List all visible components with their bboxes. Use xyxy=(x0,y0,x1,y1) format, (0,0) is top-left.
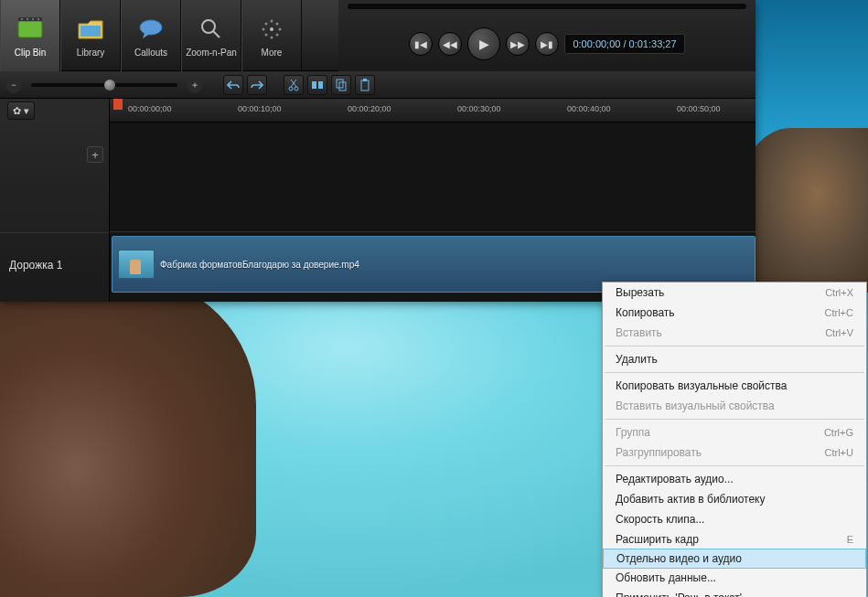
svg-point-4 xyxy=(32,18,34,20)
menu-item-shortcut: Ctrl+U xyxy=(825,447,853,458)
menu-item-shortcut: Ctrl+G xyxy=(824,427,853,438)
menu-item-label: Применить 'Речь в текст' xyxy=(616,592,742,597)
svg-point-16 xyxy=(276,22,279,25)
menu-item[interactable]: ВырезатьCtrl+X xyxy=(603,283,866,303)
menu-item[interactable]: Удалить xyxy=(603,349,866,369)
playhead-icon[interactable] xyxy=(113,99,123,110)
preview-controls: ▮◀ ◀◀ ▶ ▶▶ ▶▮ 0:00:00;00 / 0:01:33;27 xyxy=(338,0,755,71)
svg-point-13 xyxy=(263,27,265,30)
menu-item[interactable]: Расширить кадрE xyxy=(603,529,866,549)
more-tab[interactable]: More xyxy=(241,0,302,71)
svg-point-11 xyxy=(271,19,273,22)
svg-point-19 xyxy=(289,87,293,91)
video-editor-window: Clip Bin Library Callouts Zoom-n-Pan Mor… xyxy=(0,0,755,302)
svg-point-12 xyxy=(271,36,273,38)
zoom-n-pan-tab[interactable]: Zoom-n-Pan xyxy=(181,0,241,71)
svg-point-2 xyxy=(21,18,23,20)
menu-item-label: Вставить xyxy=(616,326,662,339)
svg-rect-24 xyxy=(318,81,323,89)
menu-item-label: Копировать xyxy=(616,306,675,319)
zoom-in-button[interactable]: ＋ xyxy=(187,77,203,93)
menu-item[interactable]: Применить 'Речь в текст' xyxy=(603,588,866,597)
track-label: Дорожка 1 xyxy=(9,259,62,272)
more-icon xyxy=(257,15,286,44)
svg-rect-27 xyxy=(361,80,369,91)
svg-point-20 xyxy=(295,87,298,91)
timecode-display: 0:00:00;00 / 0:01:33;27 xyxy=(564,34,684,54)
menu-item-label: Группа xyxy=(616,426,650,439)
paste-button[interactable] xyxy=(355,75,375,95)
cut-button[interactable] xyxy=(284,75,304,95)
zoom-slider[interactable] xyxy=(31,83,177,87)
timeline: ✿ ▾ + Дорожка 1 00:00:00;00 00:00:10;00 … xyxy=(0,99,755,302)
svg-rect-28 xyxy=(363,79,367,81)
copy-button[interactable] xyxy=(331,75,351,95)
menu-item: ВставитьCtrl+V xyxy=(603,323,866,343)
zoom-out-button[interactable]: － xyxy=(5,77,22,93)
empty-track-row[interactable] xyxy=(110,123,755,232)
svg-point-3 xyxy=(27,18,28,20)
timeline-toolbar: － ＋ xyxy=(0,71,755,99)
menu-separator xyxy=(605,419,864,420)
menu-item: РазгруппироватьCtrl+U xyxy=(603,442,866,463)
split-button[interactable] xyxy=(307,75,327,95)
svg-rect-6 xyxy=(80,26,101,37)
menu-item[interactable]: Скорость клипа... xyxy=(603,509,866,529)
menu-item-label: Удалить xyxy=(616,353,658,366)
library-tab[interactable]: Library xyxy=(60,0,121,71)
svg-point-5 xyxy=(38,18,39,20)
menu-separator xyxy=(605,346,864,346)
undo-button[interactable] xyxy=(223,75,243,95)
track-area[interactable]: 00:00:00;00 00:00:10;00 00:00:20;00 00:0… xyxy=(110,99,755,302)
callouts-label: Callouts xyxy=(134,48,167,58)
callouts-icon xyxy=(136,15,166,44)
time-ruler[interactable]: 00:00:00;00 00:00:10;00 00:00:20;00 00:0… xyxy=(110,99,755,123)
menu-item-label: Добавить актив в библиотеку xyxy=(616,493,766,506)
prev-frame-button[interactable]: ▮◀ xyxy=(409,32,433,56)
svg-point-14 xyxy=(279,27,282,30)
preview-scrubber[interactable] xyxy=(348,4,746,9)
forward-button[interactable]: ▶▶ xyxy=(506,32,530,56)
menu-item-label: Скорость клипа... xyxy=(616,513,704,526)
zoom-n-pan-label: Zoom-n-Pan xyxy=(186,48,237,58)
menu-item: ГруппаCtrl+G xyxy=(603,422,866,442)
svg-line-9 xyxy=(213,31,220,37)
svg-rect-23 xyxy=(312,81,316,89)
ruler-tick: 00:00:50;00 xyxy=(677,104,721,113)
clip-bin-icon xyxy=(16,15,45,44)
track-options-button[interactable]: ✿ ▾ xyxy=(7,101,35,120)
menu-item[interactable]: Обновить данные... xyxy=(603,568,866,588)
ruler-tick: 00:00:40;00 xyxy=(567,104,611,113)
redo-button[interactable] xyxy=(247,75,267,95)
menu-item-label: Обновить данные... xyxy=(616,571,716,584)
menu-item: Вставить визуальный свойства xyxy=(603,396,866,416)
menu-item-shortcut: E xyxy=(847,534,853,545)
svg-point-8 xyxy=(202,20,215,33)
menu-item-shortcut: Ctrl+C xyxy=(825,307,853,318)
next-frame-button[interactable]: ▶▮ xyxy=(535,32,559,56)
callouts-tab[interactable]: Callouts xyxy=(121,0,181,71)
rewind-button[interactable]: ◀◀ xyxy=(438,32,462,56)
menu-separator xyxy=(605,465,864,466)
menu-item-shortcut: Ctrl+X xyxy=(825,287,853,298)
library-label: Library xyxy=(77,48,105,58)
track-header[interactable]: Дорожка 1 xyxy=(0,232,109,296)
svg-point-15 xyxy=(265,22,268,25)
menu-item[interactable]: Отдельно видео и аудио xyxy=(603,549,866,569)
clip-bin-tab[interactable]: Clip Bin xyxy=(0,0,60,71)
menu-item[interactable]: Редактировать аудио... xyxy=(603,469,866,489)
menu-item-label: Вставить визуальный свойства xyxy=(616,400,775,412)
menu-item-label: Разгруппировать xyxy=(616,446,702,459)
play-button[interactable]: ▶ xyxy=(467,27,500,60)
menu-item-label: Расширить кадр xyxy=(616,533,699,546)
menu-separator xyxy=(605,372,864,373)
ruler-tick: 00:00:20;00 xyxy=(348,104,391,113)
menu-item-label: Отдельно видео и аудио xyxy=(616,552,742,565)
menu-item[interactable]: Добавить актив в библиотеку xyxy=(603,489,866,509)
menu-item[interactable]: Копировать визуальные свойства xyxy=(603,376,866,396)
menu-item[interactable]: КопироватьCtrl+C xyxy=(603,303,866,323)
menu-item-shortcut: Ctrl+V xyxy=(825,327,853,338)
add-track-button[interactable]: + xyxy=(87,146,103,163)
more-label: More xyxy=(262,48,283,58)
library-icon xyxy=(76,15,105,44)
